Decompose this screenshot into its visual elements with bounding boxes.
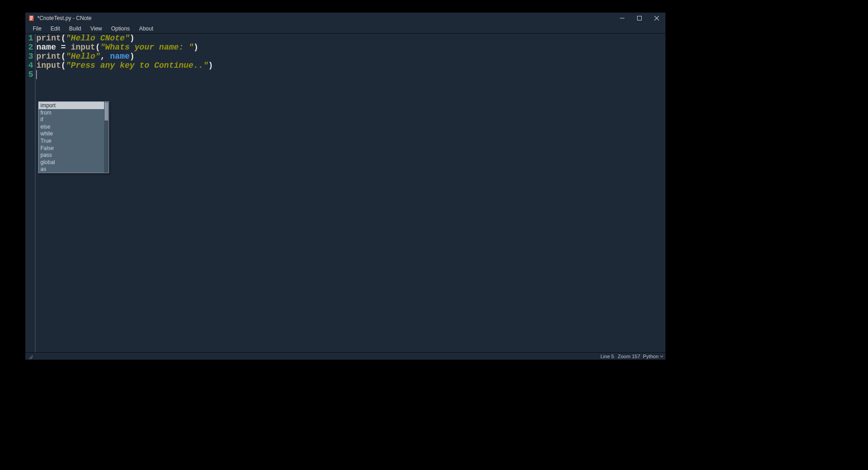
line-number: 4 — [25, 61, 35, 70]
maximize-button[interactable] — [631, 13, 648, 24]
autocomplete-item[interactable]: as — [39, 165, 109, 173]
autocomplete-item[interactable]: global — [39, 159, 109, 166]
text-cursor — [36, 70, 37, 79]
menubar: File Edit Build View Options About — [25, 24, 665, 34]
gutter: 1 2 3 4 5 — [25, 34, 35, 352]
statusbar: Line 5 Zoom 157 Python — [25, 352, 665, 360]
code-area[interactable]: print("Hello CNote")name = input("Whats … — [35, 34, 665, 352]
minimize-button[interactable] — [614, 13, 631, 24]
menu-file[interactable]: File — [28, 25, 46, 33]
menu-about[interactable]: About — [135, 25, 158, 33]
titlebar: *CnoteTest.py - CNote — [25, 13, 665, 24]
autocomplete-scroll-thumb[interactable] — [105, 102, 108, 120]
menu-view[interactable]: View — [86, 25, 107, 33]
editor[interactable]: 1 2 3 4 5 print("Hello CNote")name = inp… — [25, 34, 665, 352]
menu-build[interactable]: Build — [65, 25, 86, 33]
line-number: 3 — [25, 52, 35, 61]
code-line[interactable]: name = input("Whats your name: ") — [36, 43, 665, 52]
autocomplete-scrollbar[interactable] — [104, 102, 109, 173]
app-icon — [28, 15, 35, 21]
language-label: Python — [643, 354, 658, 359]
code-line[interactable]: input("Press any key to Continue..") — [36, 61, 665, 70]
code-line[interactable]: print("Hello CNote") — [36, 34, 665, 43]
svg-rect-1 — [30, 16, 33, 17]
autocomplete-popup[interactable]: importfromifelsewhileTrueFalsepassglobal… — [38, 101, 109, 173]
language-selector[interactable]: Python — [640, 354, 663, 359]
line-number: 2 — [25, 43, 35, 52]
chevron-down-icon — [660, 355, 663, 358]
autocomplete-item[interactable]: while — [39, 130, 109, 137]
autocomplete-item[interactable]: if — [39, 116, 109, 123]
svg-rect-4 — [620, 18, 624, 19]
svg-rect-3 — [30, 19, 32, 20]
svg-rect-5 — [638, 16, 642, 20]
close-button[interactable] — [648, 13, 665, 24]
status-line: Line 5 — [597, 354, 614, 359]
autocomplete-item[interactable]: False — [39, 145, 109, 152]
autocomplete-item[interactable]: from — [39, 109, 109, 116]
autocomplete-item[interactable]: True — [39, 137, 109, 145]
svg-rect-2 — [30, 18, 33, 19]
code-line[interactable] — [36, 70, 665, 79]
menu-options[interactable]: Options — [107, 25, 135, 33]
line-number: 5 — [25, 70, 35, 79]
menu-edit[interactable]: Edit — [46, 25, 65, 33]
app-window: *CnoteTest.py - CNote File Edit Build Vi… — [25, 12, 666, 360]
status-zoom: Zoom 157 — [614, 354, 640, 359]
code-line[interactable]: print("Hello", name) — [36, 52, 665, 61]
window-title: *CnoteTest.py - CNote — [37, 15, 91, 21]
autocomplete-item[interactable]: else — [39, 123, 109, 130]
autocomplete-item[interactable]: pass — [39, 151, 109, 159]
line-number: 1 — [25, 34, 35, 43]
autocomplete-item[interactable]: import — [39, 102, 109, 109]
resize-grip-icon[interactable] — [27, 354, 33, 359]
window-controls — [614, 13, 665, 24]
